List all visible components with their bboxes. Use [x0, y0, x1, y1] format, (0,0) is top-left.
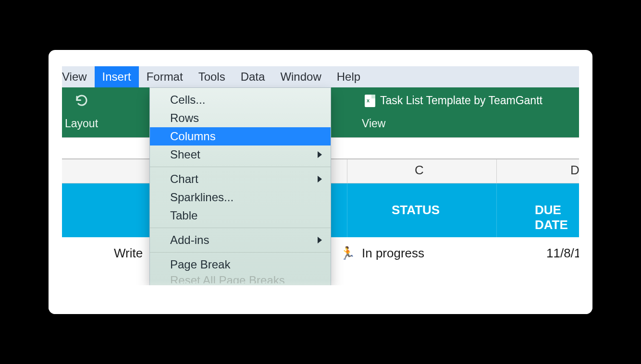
menu-item-table[interactable]: Table	[150, 206, 331, 225]
ribbon-tab-layout[interactable]: Layout	[65, 117, 98, 130]
insert-menu-dropdown: Cells... Rows Columns Sheet Chart	[149, 87, 331, 285]
fade-overlay	[49, 280, 592, 314]
menu-item-label: Sheet	[170, 148, 200, 161]
menu-item-rows[interactable]: Rows	[150, 109, 331, 127]
chevron-right-icon	[318, 151, 322, 158]
menu-separator	[150, 167, 331, 167]
menu-item-cells[interactable]: Cells...	[150, 91, 331, 109]
menu-item-label: Columns	[170, 130, 216, 143]
chevron-right-icon	[318, 237, 322, 243]
menu-data[interactable]: Data	[233, 66, 273, 87]
column-divider	[347, 159, 347, 183]
document-title-text: Task List Template by TeamGantt	[380, 94, 542, 107]
cell-status-text: In progress	[362, 246, 424, 261]
menu-insert[interactable]: Insert	[95, 66, 139, 87]
menu-item-label: Page Break	[170, 258, 230, 271]
header-due-date: DUE DATE	[535, 203, 579, 232]
column-header-d[interactable]: D	[570, 163, 579, 178]
column-divider	[496, 159, 497, 183]
cell-task[interactable]: Write	[114, 246, 143, 261]
document-title: Task List Template by TeamGantt	[365, 94, 542, 107]
runner-icon: 🏃	[340, 246, 355, 261]
column-divider	[496, 183, 497, 237]
menu-help[interactable]: Help	[329, 66, 368, 87]
menu-item-label: Chart	[170, 172, 198, 186]
menu-item-label: Sparklines...	[170, 191, 234, 204]
column-divider	[347, 183, 347, 237]
chevron-right-icon	[318, 176, 322, 182]
menu-bar: View Insert Format Tools Data Window Hel…	[62, 66, 579, 87]
menu-item-page-break[interactable]: Page Break	[150, 255, 331, 274]
menu-window[interactable]: Window	[272, 66, 329, 87]
cell-status[interactable]: 🏃 In progress	[340, 246, 424, 261]
header-status: STATUS	[392, 203, 440, 218]
menu-item-sparklines[interactable]: Sparklines...	[150, 188, 331, 206]
undo-icon[interactable]	[74, 94, 89, 109]
menu-item-addins[interactable]: Add-ins	[150, 231, 331, 249]
menu-separator	[150, 228, 331, 228]
menu-tools[interactable]: Tools	[191, 66, 233, 87]
cell-due-date[interactable]: 11/8/17	[546, 246, 579, 261]
menu-item-chart[interactable]: Chart	[150, 170, 331, 188]
menu-item-label: Add-ins	[170, 233, 209, 247]
menu-item-sheet[interactable]: Sheet	[150, 146, 331, 164]
menu-item-label: Table	[170, 209, 197, 222]
excel-file-icon	[365, 95, 375, 107]
menu-item-label: Cells...	[170, 93, 205, 107]
menu-view[interactable]: View	[62, 66, 95, 87]
menu-item-reset-page-breaks[interactable]: Reset All Page Breaks	[150, 274, 331, 283]
menu-item-columns[interactable]: Columns	[150, 127, 331, 146]
column-header-c[interactable]: C	[415, 163, 424, 178]
menu-format[interactable]: Format	[139, 66, 191, 87]
menu-separator	[150, 252, 331, 253]
menu-item-label: Rows	[170, 111, 199, 125]
ribbon-tab-view[interactable]: View	[362, 117, 385, 130]
